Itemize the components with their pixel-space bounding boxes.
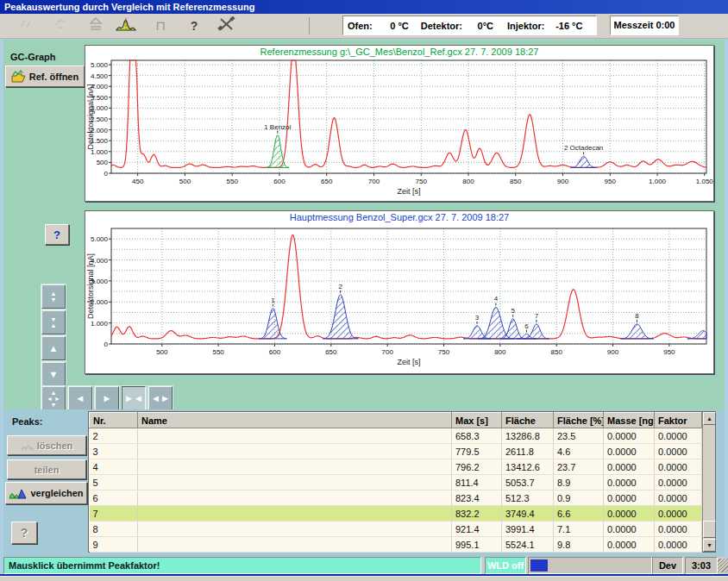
baseline-icon[interactable]: ⊓: [149, 16, 172, 35]
tools-icon[interactable]: [216, 16, 238, 35]
cell-nr[interactable]: 5: [90, 475, 138, 490]
svg-text:Zeit [s]: Zeit [s]: [397, 187, 420, 196]
cell-max_s[interactable]: 832.2: [452, 506, 502, 522]
cell-max_s[interactable]: 796.2: [452, 459, 502, 475]
cell-flaeche_pct[interactable]: 7.1: [554, 522, 604, 537]
cell-nr[interactable]: 2: [90, 428, 138, 444]
cell-max_s[interactable]: 779.5: [452, 444, 502, 459]
cell-name[interactable]: [138, 444, 452, 459]
reference-chromatogram[interactable]: Referenzmessung g:\_GC_Mes\Benzol_Ref.gc…: [85, 46, 713, 201]
open-reference-button[interactable]: Ref. öffnen: [5, 66, 85, 87]
scroll-right-button[interactable]: ►: [95, 386, 119, 410]
cell-flaeche_pct[interactable]: 23.5: [554, 428, 604, 444]
cell-masse_ng[interactable]: 0.0000: [604, 444, 655, 459]
cell-flaeche_pct[interactable]: 9.8: [554, 537, 604, 553]
scrollbar-thumb[interactable]: [703, 521, 716, 538]
cell-flaeche[interactable]: 3749.4: [502, 506, 554, 522]
toolbar-disabled-icon-2[interactable]: [50, 16, 72, 35]
cell-name[interactable]: [138, 459, 452, 475]
cell-flaeche_pct[interactable]: 0.9: [554, 490, 604, 506]
table-row[interactable]: 2658.313286.823.50.00000.0000: [90, 428, 702, 444]
resize-grip[interactable]: [718, 559, 728, 572]
cell-max_s[interactable]: 658.3: [452, 428, 502, 444]
zoom-in-horizontal-button[interactable]: ►◄: [122, 386, 146, 410]
cell-flaeche[interactable]: 13286.8: [502, 428, 554, 444]
cell-masse_ng[interactable]: 0.0000: [604, 428, 655, 444]
cell-masse_ng[interactable]: 0.0000: [604, 537, 655, 553]
peaks-ghost-icon: [21, 440, 35, 451]
cell-faktor[interactable]: 0.0000: [655, 506, 702, 522]
cell-flaeche_pct[interactable]: 4.6: [554, 444, 604, 459]
table-row[interactable]: 5811.45053.78.90.00000.0000: [90, 475, 702, 490]
scroll-left-button[interactable]: ◄: [68, 386, 92, 410]
table-row[interactable]: 4796.213412.623.70.00000.0000: [90, 459, 702, 475]
question-mark-icon: ?: [53, 228, 60, 241]
scroll-down-button[interactable]: ▼: [41, 362, 66, 386]
scrollbar-down-arrow[interactable]: ▼: [703, 539, 716, 552]
cell-nr[interactable]: 6: [90, 490, 138, 506]
cell-faktor[interactable]: 0.0000: [655, 428, 702, 444]
zoom-out-vertical-button[interactable]: ▲ ▼: [41, 284, 66, 309]
wld-toggle[interactable]: WLD off: [485, 557, 526, 574]
cell-masse_ng[interactable]: 0.0000: [604, 475, 655, 490]
titlebar[interactable]: Peakauswertung durch Vergleich mit Refer…: [0, 0, 728, 14]
main-chromatogram[interactable]: Hauptmessung Benzol_Super.gcx 27. 7. 200…: [85, 211, 713, 373]
cell-masse_ng[interactable]: 0.0000: [604, 490, 655, 506]
cell-flaeche[interactable]: 5053.7: [502, 475, 554, 490]
cell-flaeche[interactable]: 5524.1: [502, 537, 554, 553]
cell-faktor[interactable]: 0.0000: [655, 537, 702, 553]
cell-nr[interactable]: 4: [90, 459, 138, 475]
table-row[interactable]: 6823.4512.30.90.00000.0000: [90, 490, 702, 506]
cell-faktor[interactable]: 0.0000: [655, 459, 702, 475]
open-disabled-icon[interactable]: [85, 16, 107, 35]
cell-faktor[interactable]: 0.0000: [655, 475, 702, 490]
cell-nr[interactable]: 3: [90, 444, 138, 459]
peak-compare-icon[interactable]: [115, 16, 137, 35]
cell-name[interactable]: [138, 537, 452, 553]
table-row[interactable]: 9995.15524.19.80.00000.0000: [90, 537, 702, 553]
cell-masse_ng[interactable]: 0.0000: [604, 459, 655, 475]
cell-name[interactable]: [138, 475, 452, 490]
cell-faktor[interactable]: 0.0000: [655, 444, 702, 459]
cell-masse_ng[interactable]: 0.0000: [604, 506, 655, 522]
cell-flaeche[interactable]: 13412.6: [502, 459, 554, 475]
cell-max_s[interactable]: 995.1: [452, 537, 502, 553]
cell-masse_ng[interactable]: 0.0000: [604, 522, 655, 537]
table-row[interactable]: 3779.52611.84.60.00000.0000: [90, 444, 702, 459]
cell-flaeche[interactable]: 3991.4: [502, 522, 554, 537]
svg-text:Hauptmessung Benzol_Super.gcx: Hauptmessung Benzol_Super.gcx 27. 7. 200…: [290, 212, 509, 222]
cell-faktor[interactable]: 0.0000: [655, 522, 702, 537]
cell-name[interactable]: [138, 490, 452, 506]
table-row[interactable]: 7832.23749.46.60.00000.0000: [90, 506, 702, 522]
table-scrollbar[interactable]: ▲ ▼: [702, 412, 715, 552]
pan-button[interactable]: ▲ ◄ ► ▼: [41, 386, 66, 410]
cell-faktor[interactable]: 0.0000: [655, 490, 702, 506]
toolbar-disabled-icon-1[interactable]: [16, 16, 38, 35]
scroll-up-button[interactable]: ▲: [41, 336, 66, 360]
graph-help-button[interactable]: ?: [45, 224, 69, 245]
zoom-in-vertical-button[interactable]: ▼ ▲: [41, 310, 66, 334]
zoom-out-horizontal-button[interactable]: ◄►: [148, 386, 173, 410]
peaks-help-button[interactable]: ?: [11, 522, 37, 544]
help-icon[interactable]: ?: [183, 16, 205, 35]
cell-max_s[interactable]: 921.4: [452, 522, 502, 537]
cell-nr[interactable]: 7: [90, 506, 138, 522]
cell-nr[interactable]: 8: [90, 522, 138, 537]
split-peak-button[interactable]: teilen: [7, 459, 86, 479]
cell-name[interactable]: [138, 506, 452, 522]
cell-flaeche_pct[interactable]: 6.6: [554, 506, 604, 522]
peak-icon: [116, 16, 136, 33]
cell-flaeche[interactable]: 512.3: [502, 490, 554, 506]
cell-nr[interactable]: 9: [90, 537, 138, 553]
cell-flaeche[interactable]: 2611.8: [502, 444, 554, 459]
scrollbar-up-arrow[interactable]: ▲: [703, 412, 716, 425]
cell-name[interactable]: [138, 522, 452, 537]
cell-flaeche_pct[interactable]: 23.7: [554, 459, 604, 475]
cell-max_s[interactable]: 823.4: [452, 490, 502, 506]
cell-max_s[interactable]: 811.4: [452, 475, 502, 490]
delete-peak-button[interactable]: löschen: [7, 435, 86, 455]
table-row[interactable]: 8921.43991.47.10.00000.0000: [90, 522, 702, 537]
cell-name[interactable]: [138, 428, 452, 444]
compare-button[interactable]: vergleichen: [5, 482, 87, 504]
cell-flaeche_pct[interactable]: 8.9: [554, 475, 604, 490]
